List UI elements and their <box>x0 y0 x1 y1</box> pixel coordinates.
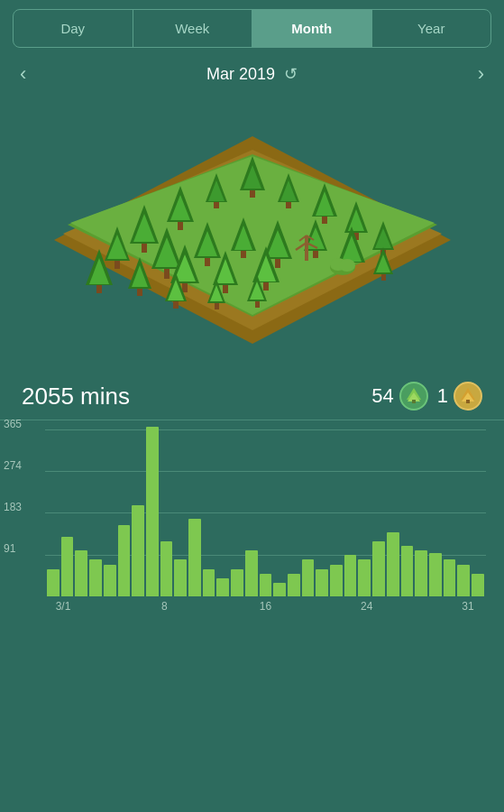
chart-grid: 36527418391 <box>45 429 486 596</box>
bars-container <box>45 429 486 596</box>
svg-rect-6 <box>250 190 255 198</box>
x-axis-label: 16 <box>248 600 284 613</box>
svg-rect-24 <box>142 244 147 253</box>
bar <box>203 569 215 596</box>
svg-rect-63 <box>263 282 269 291</box>
tab-month[interactable]: Month <box>252 10 372 47</box>
x-axis-label: 8 <box>146 600 182 613</box>
navigation-row: ‹ Mar 2019 ↺ › <box>0 57 504 88</box>
nav-title-group: Mar 2019 ↺ <box>206 64 298 84</box>
bar <box>344 555 357 596</box>
svg-rect-45 <box>313 251 318 258</box>
reset-button[interactable]: ↺ <box>284 64 298 84</box>
svg-rect-54 <box>137 289 142 296</box>
bar <box>429 553 442 596</box>
svg-rect-30 <box>115 261 120 269</box>
svg-rect-74 <box>381 274 386 281</box>
svg-rect-39 <box>241 251 246 258</box>
bar <box>61 537 74 596</box>
green-tree-count: 54 <box>371 382 427 411</box>
bar <box>273 583 286 596</box>
tab-year[interactable]: Year <box>372 10 491 47</box>
svg-rect-51 <box>96 285 102 293</box>
y-axis-label: 91 <box>4 542 15 555</box>
y-axis-label: 183 <box>4 501 22 513</box>
svg-rect-9 <box>214 202 219 208</box>
green-tree-badge <box>399 382 428 411</box>
bar <box>260 574 272 596</box>
bar <box>216 578 229 596</box>
svg-rect-60 <box>223 285 228 293</box>
bar <box>174 559 187 596</box>
svg-point-71 <box>339 259 355 272</box>
bar <box>160 541 173 596</box>
bar <box>245 550 258 596</box>
y-axis-label: 365 <box>4 418 22 430</box>
bar <box>358 559 371 596</box>
current-period-label: Mar 2019 <box>206 65 275 84</box>
svg-rect-42 <box>275 259 280 268</box>
y-axis-label: 274 <box>4 459 22 472</box>
bar <box>75 550 87 596</box>
bar <box>104 565 116 596</box>
bar <box>401 546 414 596</box>
bar <box>302 559 315 596</box>
green-tree-number: 54 <box>371 384 393 408</box>
x-axis-label: 31 <box>450 600 486 613</box>
tab-bar: Day Week Month Year <box>13 9 491 48</box>
bar <box>132 505 144 596</box>
svg-rect-36 <box>205 258 210 266</box>
bar <box>415 550 427 596</box>
svg-rect-80 <box>215 303 219 309</box>
x-axis-label: 3/1 <box>45 600 81 613</box>
svg-rect-89 <box>466 400 470 403</box>
svg-rect-86 <box>412 400 416 403</box>
svg-rect-57 <box>182 283 188 292</box>
bar <box>316 569 328 596</box>
prev-button[interactable]: ‹ <box>9 59 37 89</box>
bar <box>47 569 60 596</box>
dead-tree-number: 1 <box>437 384 448 408</box>
tab-day[interactable]: Day <box>14 10 133 47</box>
next-button[interactable]: › <box>467 59 495 89</box>
chart-area: 36527418391 3/18162431 <box>0 420 504 628</box>
svg-rect-18 <box>322 217 327 224</box>
bar <box>372 541 385 596</box>
tab-week[interactable]: Week <box>133 10 253 47</box>
svg-rect-15 <box>178 222 183 230</box>
dead-tree-badge <box>454 382 482 411</box>
stats-row: 2055 mins 54 1 <box>0 373 504 418</box>
bar <box>387 532 399 596</box>
tree-counts: 54 1 <box>371 382 482 411</box>
svg-rect-83 <box>255 301 260 308</box>
dead-tree-count: 1 <box>437 382 482 411</box>
bar <box>330 565 343 596</box>
green-tree-icon <box>406 387 422 405</box>
x-axis-label: 24 <box>349 600 385 613</box>
minutes-label: 2055 mins <box>22 383 130 411</box>
bar <box>188 519 201 596</box>
bar <box>118 525 131 596</box>
svg-rect-33 <box>164 269 170 279</box>
dead-tree-icon <box>460 387 476 405</box>
bar <box>472 574 484 596</box>
bar <box>457 565 470 596</box>
x-axis-labels: 3/18162431 <box>45 596 486 613</box>
bar <box>231 569 243 596</box>
svg-rect-12 <box>286 202 291 208</box>
bar <box>288 574 300 596</box>
svg-rect-77 <box>173 301 179 309</box>
bar <box>444 559 456 596</box>
forest-illustration <box>0 91 504 371</box>
bar <box>146 427 159 596</box>
bar <box>89 559 102 596</box>
